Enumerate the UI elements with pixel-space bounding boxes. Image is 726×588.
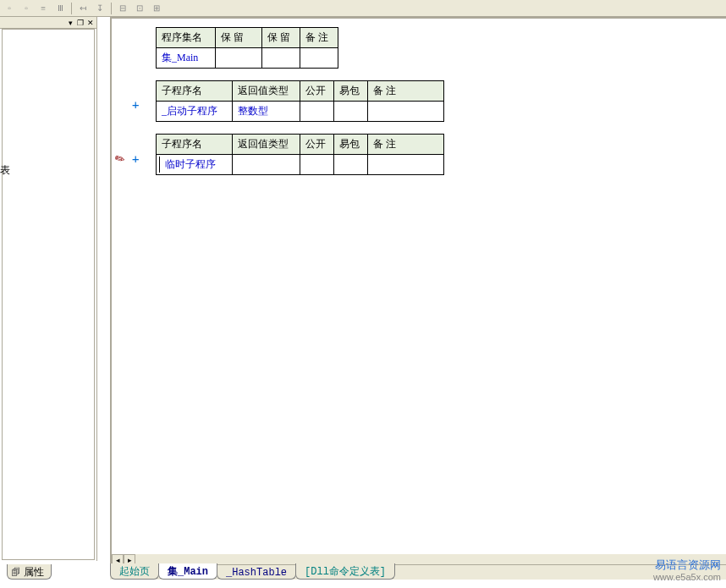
- top-toolbar: ▫ ▫ ≡ Ⅲ ↤ ↧ ⊟ ⊡ ⊞: [0, 0, 726, 17]
- side-panel-header: ▾ ❐ ✕: [0, 17, 96, 29]
- reserved-cell[interactable]: [216, 48, 262, 69]
- tab-start-page[interactable]: 起始页: [110, 563, 159, 580]
- return-type[interactable]: [233, 155, 300, 175]
- text-caret-icon: [159, 157, 160, 173]
- reserved-cell[interactable]: [262, 48, 300, 69]
- editing-value: 临时子程序: [162, 158, 216, 170]
- side-panel-body: 表: [2, 29, 95, 560]
- toolbar-separator: [111, 3, 112, 14]
- col-header: 保 留: [262, 28, 300, 48]
- subroutine-table: 子程序名 返回值类型 公开 易包 备 注 _启动子程序 整数型: [156, 80, 444, 122]
- public-cell[interactable]: [300, 155, 334, 175]
- editor-gutter: + ✎ +: [112, 19, 146, 554]
- expand-icon[interactable]: +: [132, 152, 139, 166]
- tool-align-2-icon[interactable]: ▫: [19, 2, 34, 15]
- package-cell[interactable]: [334, 155, 368, 175]
- note-cell[interactable]: [368, 102, 444, 122]
- watermark: 易语言资源网 www.e5a5x.com: [653, 558, 721, 583]
- col-header: 返回值类型: [233, 81, 300, 102]
- declaration-tables: 程序集名 保 留 保 留 备 注 集_Main 子程序名 返回值类型 公开 易包…: [156, 27, 444, 187]
- tool-align-1-icon[interactable]: ▫: [2, 2, 17, 15]
- expand-icon[interactable]: +: [132, 98, 139, 112]
- col-header: 备 注: [300, 28, 338, 48]
- package-cell[interactable]: [334, 102, 368, 122]
- restore-icon[interactable]: ❐: [76, 19, 85, 27]
- note-cell[interactable]: [368, 155, 444, 175]
- tab-properties[interactable]: 🗐 属性: [7, 564, 52, 580]
- col-header: 公开: [300, 81, 334, 102]
- toolbar-separator: [71, 3, 72, 14]
- col-header: 备 注: [368, 81, 444, 102]
- subroutine-table: 子程序名 返回值类型 公开 易包 备 注 临时子程序: [156, 134, 444, 175]
- note-cell[interactable]: [300, 48, 338, 69]
- side-panel: ▾ ❐ ✕ 表: [0, 17, 97, 561]
- program-set-name[interactable]: 集_Main: [157, 48, 216, 69]
- col-header: 子程序名: [157, 135, 233, 155]
- editor-tabstrip: 起始页 集_Main _HashTable [Dll命令定义表]: [110, 564, 726, 580]
- watermark-url: www.e5a5x.com: [653, 572, 721, 583]
- tool-size-3-icon[interactable]: ⊞: [149, 2, 164, 15]
- tool-align-4-icon[interactable]: Ⅲ: [52, 2, 68, 15]
- col-header: 易包: [334, 135, 368, 155]
- tool-align-3-icon[interactable]: ≡: [36, 2, 51, 15]
- tool-size-1-icon[interactable]: ⊟: [115, 2, 130, 15]
- subroutine-name[interactable]: _启动子程序: [157, 102, 233, 122]
- subroutine-name-editing[interactable]: 临时子程序: [157, 155, 233, 175]
- tool-size-2-icon[interactable]: ⊡: [132, 2, 147, 15]
- dropdown-icon[interactable]: ▾: [66, 19, 74, 27]
- col-header: 程序集名: [157, 28, 216, 48]
- program-set-table: 程序集名 保 留 保 留 备 注 集_Main: [156, 27, 338, 69]
- tool-arrow-down-icon[interactable]: ↧: [92, 2, 107, 15]
- col-header: 备 注: [368, 135, 444, 155]
- code-editor-area[interactable]: + ✎ + 程序集名 保 留 保 留 备 注 集_Main 子程序名 返回值类型: [110, 17, 726, 554]
- col-header: 保 留: [216, 28, 262, 48]
- tab-main[interactable]: 集_Main: [158, 563, 217, 580]
- close-icon[interactable]: ✕: [86, 19, 95, 27]
- tab-dll-cmds[interactable]: [Dll命令定义表]: [295, 563, 395, 580]
- properties-icon: 🗐: [11, 567, 20, 577]
- properties-label: 属性: [24, 565, 44, 580]
- table-row[interactable]: _启动子程序 整数型: [157, 102, 444, 122]
- edit-marker-icon: ✎: [113, 151, 129, 168]
- tool-arrow-left-icon[interactable]: ↤: [75, 2, 91, 15]
- table-row[interactable]: 集_Main: [157, 48, 338, 69]
- col-header: 公开: [300, 135, 334, 155]
- col-header: 返回值类型: [233, 135, 300, 155]
- col-header: 子程序名: [157, 81, 233, 102]
- table-row[interactable]: 临时子程序: [157, 155, 444, 175]
- col-header: 易包: [334, 81, 368, 102]
- return-type[interactable]: 整数型: [233, 102, 300, 122]
- watermark-title: 易语言资源网: [653, 558, 721, 572]
- truncated-label: 表: [0, 163, 10, 178]
- public-cell[interactable]: [300, 102, 334, 122]
- tab-hashtable[interactable]: _HashTable: [217, 566, 296, 580]
